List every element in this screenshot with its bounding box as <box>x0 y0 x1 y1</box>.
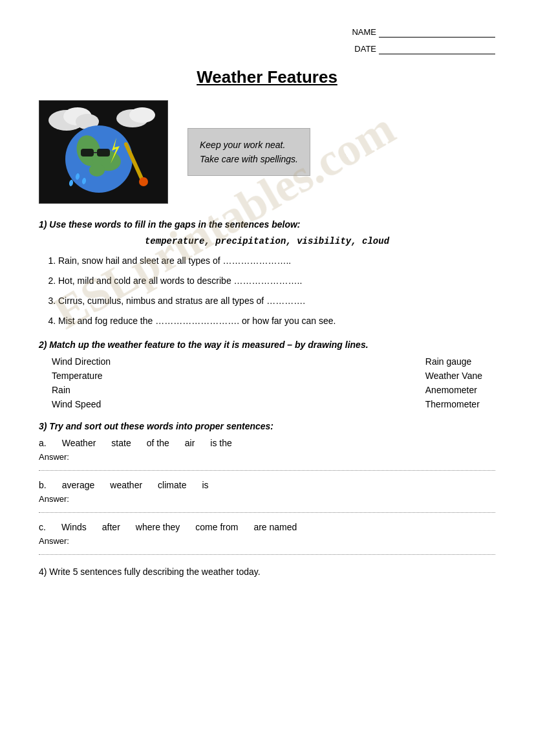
sort-label-c: c. <box>39 522 46 532</box>
sort-word-c2: where they <box>136 522 180 532</box>
sort-label-a: a. <box>39 438 47 448</box>
match-right-3: Thermometer <box>425 399 482 409</box>
sort-words-c: c. Winds after where they come from are … <box>39 522 495 532</box>
section1-header: 1) Use these words to fill in the gaps i… <box>39 219 495 230</box>
date-input-line[interactable] <box>379 43 495 54</box>
top-section: Keep your work neat. Take care with spel… <box>39 100 495 204</box>
word-bank: temperature, precipitation, visibility, … <box>39 236 495 246</box>
date-label: DATE <box>354 44 376 54</box>
sort-words-a: a. Weather state of the air is the <box>39 438 495 448</box>
sort-word-b1: weather <box>110 480 142 490</box>
match-columns: Wind Direction Temperature Rain Wind Spe… <box>39 356 495 409</box>
name-field-row: NAME <box>39 26 495 38</box>
sort-word-c3: come from <box>195 522 238 532</box>
note-box: Keep your work neat. Take care with spel… <box>187 128 310 177</box>
sort-word-a0: Weather <box>62 438 96 448</box>
sort-word-b2: climate <box>158 480 186 490</box>
sort-item-b: b. average weather climate is Answer: <box>39 480 495 513</box>
note-line2: Take care with spellings. <box>200 152 298 166</box>
name-date-section: NAME DATE <box>39 26 495 54</box>
section4: 4) Write 5 sentences fully describing th… <box>39 567 495 577</box>
sort-label-b: b. <box>39 480 47 490</box>
answer-line-a[interactable] <box>39 463 495 471</box>
sentence-list: Rain, snow hail and sleet are all types … <box>39 254 495 328</box>
answer-label-c: Answer: <box>39 536 495 546</box>
name-label: NAME <box>352 27 376 37</box>
svg-rect-11 <box>97 149 110 157</box>
sort-word-a1: state <box>111 438 131 448</box>
svg-point-14 <box>139 177 148 186</box>
sentence-3: Cirrus, cumulus, nimbus and stratus are … <box>58 294 495 308</box>
sentence-2: Hot, mild and cold are all words to desc… <box>58 274 495 288</box>
sort-word-a2: of the <box>147 438 169 448</box>
sort-item-a: a. Weather state of the air is the Answe… <box>39 438 495 471</box>
sort-item-c: c. Winds after where they come from are … <box>39 522 495 555</box>
sort-word-b3: is <box>202 480 208 490</box>
section2-header: 2) Match up the weather feature to the w… <box>39 340 495 350</box>
section4-text: 4) Write 5 sentences fully describing th… <box>39 567 261 577</box>
sort-words-b: b. average weather climate is <box>39 480 495 490</box>
match-left-col: Wind Direction Temperature Rain Wind Spe… <box>52 356 111 409</box>
sentence-1: Rain, snow hail and sleet are all types … <box>58 254 495 268</box>
match-left-2: Rain <box>52 385 111 395</box>
match-right-0: Rain gauge <box>425 356 482 367</box>
match-left-3: Wind Speed <box>52 399 111 409</box>
sort-word-c1: after <box>102 522 120 532</box>
globe-image <box>39 100 168 204</box>
section1: 1) Use these words to fill in the gaps i… <box>39 219 495 328</box>
svg-rect-10 <box>81 149 94 157</box>
date-field-row: DATE <box>39 43 495 54</box>
match-right-1: Weather Vane <box>425 371 482 381</box>
sort-word-b0: average <box>62 480 95 490</box>
sentence-4: Mist and fog reduce the ………………………. or ho… <box>58 314 495 328</box>
answer-line-b[interactable] <box>39 505 495 513</box>
note-line1: Keep your work neat. <box>200 138 298 152</box>
name-input-line[interactable] <box>379 26 495 38</box>
sort-word-a3: air <box>185 438 195 448</box>
page-title: Weather Features <box>39 67 495 87</box>
match-left-0: Wind Direction <box>52 356 111 367</box>
svg-point-5 <box>129 107 155 123</box>
section3-header: 3) Try and sort out these words into pro… <box>39 421 495 431</box>
sort-word-c4: are named <box>253 522 297 532</box>
section2: 2) Match up the weather feature to the w… <box>39 340 495 409</box>
match-left-1: Temperature <box>52 371 111 381</box>
sort-word-a4: is the <box>210 438 231 448</box>
match-right-col: Rain gauge Weather Vane Anemometer Therm… <box>425 356 482 409</box>
sort-word-c0: Winds <box>61 522 87 532</box>
answer-label-a: Answer: <box>39 452 495 462</box>
answer-line-c[interactable] <box>39 547 495 555</box>
svg-point-9 <box>89 164 105 177</box>
match-right-2: Anemometer <box>425 385 482 395</box>
section3: 3) Try and sort out these words into pro… <box>39 421 495 555</box>
answer-label-b: Answer: <box>39 494 495 504</box>
